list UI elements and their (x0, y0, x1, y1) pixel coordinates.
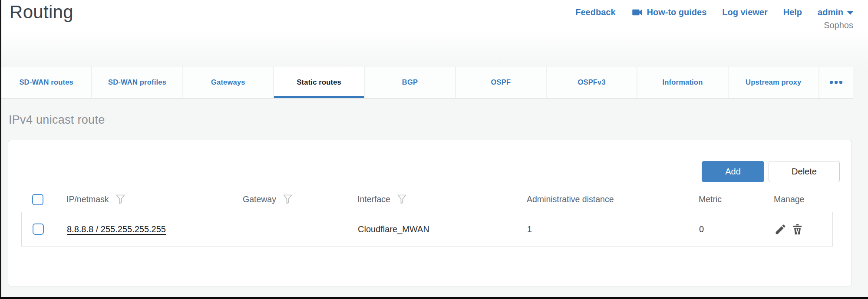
route-metric-cell: 0 (699, 224, 774, 234)
ipv4-unicast-route-panel: Add Delete IP/netmask Gateway Interface (8, 140, 852, 286)
column-header-ip-netmask: IP/netmask (66, 194, 109, 204)
brand-label: Sophos (824, 20, 853, 30)
select-all-checkbox[interactable] (32, 194, 43, 205)
filter-icon[interactable] (283, 194, 292, 204)
admin-menu[interactable]: admin (818, 7, 853, 17)
delete-row-button[interactable] (791, 223, 804, 236)
routing-tab-bar: SD-WAN routes SD-WAN profiles Gateways S… (1, 66, 853, 99)
route-ip-netmask-link[interactable]: 8.8.8.8 / 255.255.255.255 (67, 224, 166, 234)
row-checkbox[interactable] (33, 223, 44, 235)
filter-icon[interactable] (397, 194, 406, 204)
trash-icon (791, 223, 804, 236)
tab-ospf[interactable]: OSPF (456, 66, 547, 98)
page-header: Routing Feedback How-to guides Log viewe… (1, 0, 868, 66)
filter-icon[interactable] (116, 194, 125, 204)
tab-gateways[interactable]: Gateways (183, 66, 274, 98)
static-routes-table: IP/netmask Gateway Interface Administrat… (21, 187, 833, 246)
column-header-manage: Manage (774, 194, 804, 204)
tab-sdwan-routes[interactable]: SD-WAN routes (1, 66, 92, 98)
column-header-interface: Interface (357, 194, 390, 204)
pencil-icon (774, 223, 787, 236)
page-title: Routing (10, 2, 73, 23)
video-camera-icon (631, 7, 643, 18)
column-header-administrative-distance: Administrative distance (527, 194, 614, 204)
tab-ospfv3[interactable]: OSPFv3 (547, 66, 637, 98)
edit-button[interactable] (774, 223, 787, 236)
tab-bgp[interactable]: BGP (365, 66, 455, 98)
tab-sdwan-profiles[interactable]: SD-WAN profiles (92, 66, 183, 98)
delete-button[interactable]: Delete (769, 161, 840, 182)
tab-static-routes[interactable]: Static routes (274, 66, 365, 98)
tab-upstream-proxy[interactable]: Upstream proxy (729, 66, 819, 98)
column-header-metric: Metric (699, 194, 722, 204)
log-viewer-link[interactable]: Log viewer (722, 7, 767, 17)
add-button[interactable]: Add (702, 161, 764, 182)
tab-overflow-button[interactable] (819, 66, 853, 98)
help-link[interactable]: Help (783, 7, 802, 17)
section-heading: IPv4 unicast route (9, 113, 105, 127)
table-row: 8.8.8.8 / 255.255.255.255 Cloudflare_MWA… (21, 212, 833, 246)
admin-menu-label: admin (818, 7, 843, 17)
chevron-down-icon (847, 11, 853, 15)
howto-guides-label: How-to guides (647, 7, 707, 17)
howto-guides-link[interactable]: How-to guides (631, 7, 707, 18)
tab-information[interactable]: Information (637, 66, 728, 98)
ellipsis-icon (830, 81, 833, 84)
window-left-edge (0, 0, 1, 299)
column-header-gateway: Gateway (243, 194, 276, 204)
route-administrative-distance-cell: 1 (527, 224, 699, 234)
ellipsis-icon (839, 81, 842, 84)
window-bottom-edge (0, 297, 868, 299)
ellipsis-icon (835, 81, 838, 84)
top-nav: Feedback How-to guides Log viewer Help a… (575, 7, 853, 18)
route-interface-cell: Cloudflare_MWAN (358, 224, 527, 234)
feedback-link[interactable]: Feedback (575, 7, 615, 17)
table-header-row: IP/netmask Gateway Interface Administrat… (21, 187, 833, 212)
